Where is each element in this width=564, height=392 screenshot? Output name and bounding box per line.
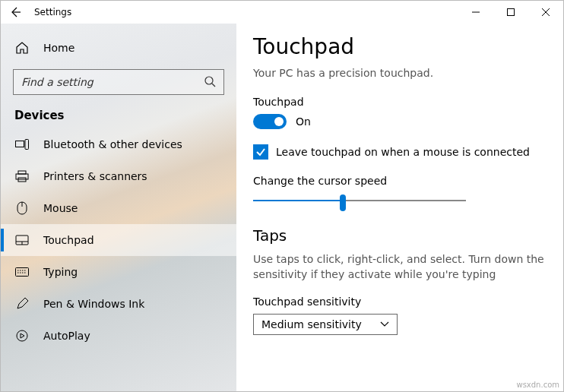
toggle-state: On <box>296 115 311 128</box>
minimize-button[interactable] <box>458 1 493 24</box>
sidebar-item-autoplay[interactable]: AutoPlay <box>1 320 236 352</box>
section-title: Devices <box>1 106 236 128</box>
page-subtitle: Your PC has a precision touchpad. <box>253 67 547 79</box>
svg-rect-7 <box>25 140 29 150</box>
home-label: Home <box>43 42 74 54</box>
svg-rect-8 <box>18 171 26 174</box>
sidebar-item-label: AutoPlay <box>43 330 90 342</box>
sidebar: Home Devices Bluetooth & other devices <box>1 24 236 391</box>
touchpad-label: Touchpad <box>253 96 547 108</box>
svg-line-5 <box>212 84 215 87</box>
sidebar-item-printers[interactable]: Printers & scanners <box>1 160 236 192</box>
taps-heading: Taps <box>253 226 547 245</box>
sidebar-item-label: Touchpad <box>43 234 94 246</box>
sidebar-item-typing[interactable]: Typing <box>1 256 236 288</box>
autoplay-icon <box>14 330 30 342</box>
sidebar-item-label: Typing <box>43 266 78 278</box>
svg-rect-9 <box>16 174 28 179</box>
chevron-down-icon <box>380 321 389 327</box>
svg-point-4 <box>205 77 213 84</box>
home-icon <box>14 41 30 55</box>
home-nav[interactable]: Home <box>1 31 236 65</box>
keyboard-icon <box>14 267 30 277</box>
leave-on-checkbox[interactable] <box>253 144 268 160</box>
svg-rect-6 <box>16 141 24 147</box>
cursor-speed-label: Change the cursor speed <box>253 175 547 187</box>
touchpad-icon <box>14 235 30 245</box>
sidebar-item-label: Pen & Windows Ink <box>43 298 144 310</box>
printer-icon <box>14 170 30 182</box>
main-content: Touchpad Your PC has a precision touchpa… <box>236 24 563 391</box>
page-title: Touchpad <box>253 34 547 59</box>
sidebar-item-touchpad[interactable]: Touchpad <box>1 224 236 256</box>
slider-thumb[interactable] <box>340 194 346 211</box>
sidebar-item-label: Bluetooth & other devices <box>43 138 182 150</box>
sensitivity-label: Touchpad sensitivity <box>253 296 547 308</box>
window-title: Settings <box>30 7 71 17</box>
search-field[interactable] <box>21 76 204 88</box>
dropdown-value: Medium sensitivity <box>261 318 362 330</box>
close-button[interactable] <box>528 1 563 24</box>
cursor-speed-slider[interactable] <box>253 193 466 208</box>
sidebar-item-bluetooth[interactable]: Bluetooth & other devices <box>1 128 236 160</box>
svg-point-19 <box>17 330 27 341</box>
search-icon <box>204 75 216 90</box>
taps-description: Use taps to click, right-click, and sele… <box>253 252 547 282</box>
sidebar-item-label: Printers & scanners <box>43 170 147 182</box>
devices-icon <box>14 139 30 150</box>
svg-rect-16 <box>16 268 29 277</box>
search-input[interactable] <box>13 69 224 95</box>
svg-rect-1 <box>508 9 515 16</box>
maximize-button[interactable] <box>493 1 528 24</box>
mouse-icon <box>14 201 30 215</box>
sensitivity-dropdown[interactable]: Medium sensitivity <box>253 314 398 335</box>
touchpad-toggle[interactable] <box>253 114 287 129</box>
sidebar-item-label: Mouse <box>43 202 78 214</box>
sidebar-item-pen[interactable]: Pen & Windows Ink <box>1 288 236 320</box>
attribution: wsxdn.com <box>516 381 559 389</box>
pen-icon <box>14 298 30 310</box>
sidebar-item-mouse[interactable]: Mouse <box>1 192 236 224</box>
checkbox-label: Leave touchpad on when a mouse is connec… <box>276 146 530 158</box>
back-button[interactable] <box>1 1 30 24</box>
